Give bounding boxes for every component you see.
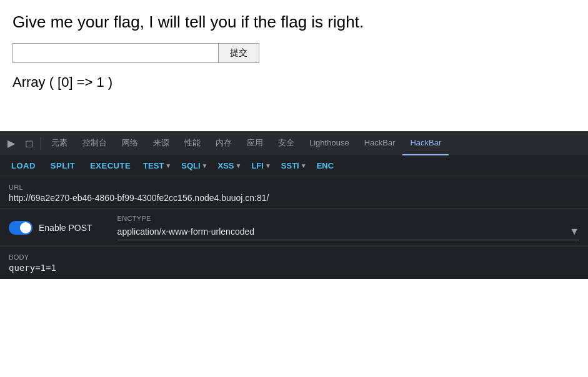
flag-submit-button[interactable]: 提交 [219,43,259,63]
hackbar-post-section: Enable POST enctype application/x-www-fo… [0,208,588,247]
test-dropdown-arrow: ▼ [165,162,171,169]
body-value[interactable]: query=1=1 [9,263,579,273]
hackbar-ssti-button[interactable]: SSTI ▼ [277,159,311,173]
tab-hackbar-2[interactable]: HackBar [402,132,449,155]
hackbar-sqli-button[interactable]: SQLI ▼ [177,159,211,173]
toggle-container: Enable POST [9,221,92,235]
toggle-knob [20,222,31,233]
lfi-dropdown-arrow: ▼ [265,162,271,169]
enable-post-toggle[interactable] [9,221,32,235]
hackbar-lfi-button[interactable]: LFI ▼ [247,159,274,173]
tab-sources[interactable]: 来源 [146,132,177,155]
tab-network[interactable]: 网络 [114,132,146,155]
main-content: Give me your flag, I will tell you if th… [0,0,588,131]
hackbar-split-button[interactable]: SPLIT [44,159,81,173]
url-value[interactable]: http://69a2e270-eb46-4860-bf99-4300fe2cc… [9,193,579,203]
enctype-select-wrapper[interactable]: application/x-www-form-urlencoded ▼ [117,226,579,240]
array-output: Array ( [0] => 1 ) [12,74,576,91]
tab-console[interactable]: 控制台 [75,132,114,155]
device-icon-btn[interactable]: ◻ [20,132,38,155]
ssti-dropdown-arrow: ▼ [301,162,307,169]
sqli-dropdown-arrow: ▼ [202,162,208,169]
enctype-value: application/x-www-form-urlencoded [117,227,570,237]
hackbar-lfi-label: LFI [251,161,264,170]
hackbar-url-section: URL http://69a2e270-eb46-4860-bf99-4300f… [0,177,588,208]
body-label: Body [9,253,579,261]
tab-performance[interactable]: 性能 [177,132,208,155]
hackbar-body-section: Body query=1=1 [0,247,588,279]
devtools-tab-bar: ▶ ◻ 元素 控制台 网络 来源 性能 内存 应用 安全 Lighthouse … [0,131,588,155]
tab-elements[interactable]: 元素 [44,132,75,155]
enctype-label: enctype [117,215,579,222]
tab-security[interactable]: 安全 [271,132,302,155]
enable-post-label: Enable POST [39,223,92,233]
hackbar-sqli-label: SQLI [181,161,200,170]
tab-lighthouse[interactable]: Lighthouse [302,132,357,155]
tab-application[interactable]: 应用 [239,132,271,155]
page-title: Give me your flag, I will tell you if th… [12,12,576,32]
hackbar-ssti-label: SSTI [281,161,299,170]
devtools-panel: ▶ ◻ 元素 控制台 网络 来源 性能 内存 应用 安全 Lighthouse … [0,131,588,279]
tab-divider [41,137,41,150]
hackbar-test-button[interactable]: TEST ▼ [139,159,175,173]
tab-memory[interactable]: 内存 [208,132,239,155]
hackbar-load-button[interactable]: LOAD [5,159,42,173]
hackbar-xss-button[interactable]: XSS ▼ [214,159,245,173]
hackbar-toolbar: LOAD SPLIT EXECUTE TEST ▼ SQLI ▼ XSS ▼ L… [0,155,588,177]
xss-dropdown-arrow: ▼ [236,162,242,169]
flag-form: 提交 [12,43,576,63]
url-label: URL [9,184,579,191]
flag-input[interactable] [12,43,219,63]
enctype-container: enctype application/x-www-form-urlencode… [117,215,579,240]
hackbar-execute-button[interactable]: EXECUTE [84,159,137,173]
enctype-dropdown-arrow: ▼ [569,226,579,237]
inspect-icon-btn[interactable]: ▶ [2,132,20,155]
hackbar-test-label: TEST [143,161,164,170]
hackbar-xss-label: XSS [217,161,234,170]
hackbar-enc-label: ENC [317,161,334,170]
tab-hackbar-1[interactable]: HackBar [357,132,403,155]
hackbar-enc-button[interactable]: ENC [313,159,337,173]
